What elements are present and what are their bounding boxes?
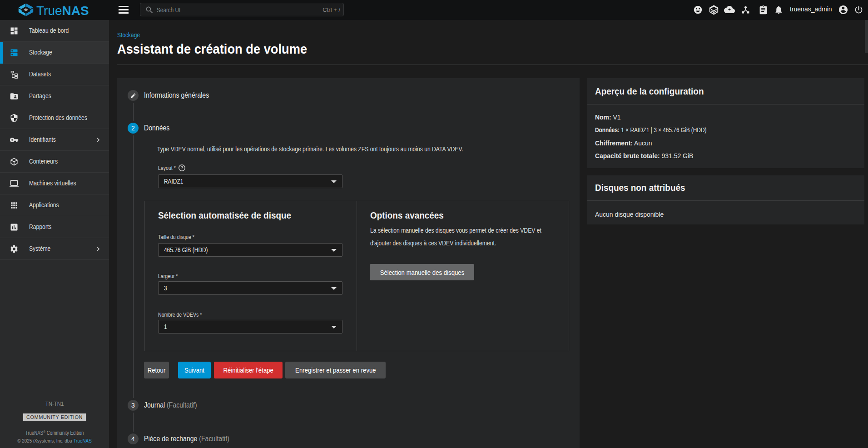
svg-text:TrueNAS: TrueNAS [36,4,89,18]
